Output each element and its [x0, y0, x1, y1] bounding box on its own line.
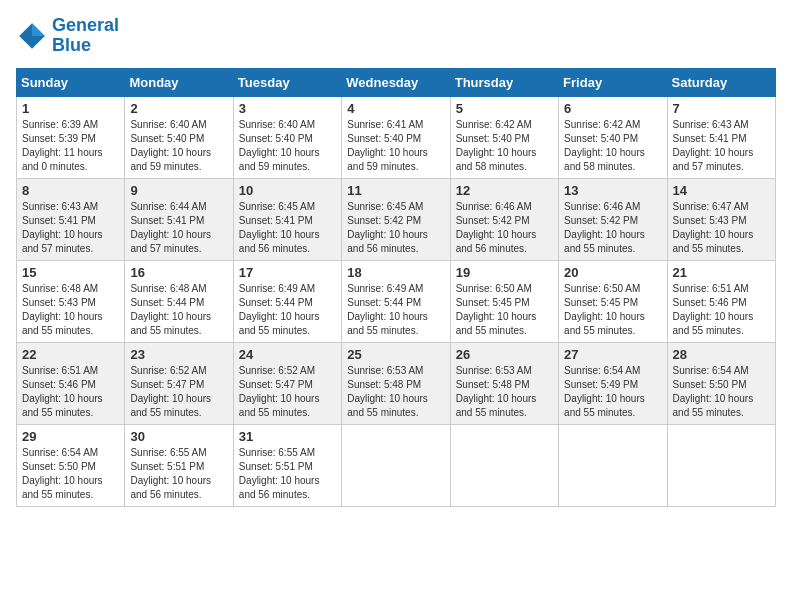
- day-number: 27: [564, 347, 661, 362]
- day-info: Sunrise: 6:54 AMSunset: 5:50 PMDaylight:…: [22, 446, 119, 502]
- day-number: 21: [673, 265, 770, 280]
- day-header-thursday: Thursday: [450, 68, 558, 96]
- calendar-cell: 4Sunrise: 6:41 AMSunset: 5:40 PMDaylight…: [342, 96, 450, 178]
- calendar-cell: 1Sunrise: 6:39 AMSunset: 5:39 PMDaylight…: [17, 96, 125, 178]
- day-number: 23: [130, 347, 227, 362]
- calendar-cell: [450, 424, 558, 506]
- calendar-header-row: SundayMondayTuesdayWednesdayThursdayFrid…: [17, 68, 776, 96]
- day-info: Sunrise: 6:53 AMSunset: 5:48 PMDaylight:…: [347, 364, 444, 420]
- calendar-cell: [559, 424, 667, 506]
- day-info: Sunrise: 6:49 AMSunset: 5:44 PMDaylight:…: [347, 282, 444, 338]
- calendar-cell: 12Sunrise: 6:46 AMSunset: 5:42 PMDayligh…: [450, 178, 558, 260]
- calendar-cell: 22Sunrise: 6:51 AMSunset: 5:46 PMDayligh…: [17, 342, 125, 424]
- day-info: Sunrise: 6:55 AMSunset: 5:51 PMDaylight:…: [130, 446, 227, 502]
- day-info: Sunrise: 6:46 AMSunset: 5:42 PMDaylight:…: [456, 200, 553, 256]
- day-info: Sunrise: 6:48 AMSunset: 5:43 PMDaylight:…: [22, 282, 119, 338]
- day-info: Sunrise: 6:39 AMSunset: 5:39 PMDaylight:…: [22, 118, 119, 174]
- day-number: 25: [347, 347, 444, 362]
- calendar-cell: 16Sunrise: 6:48 AMSunset: 5:44 PMDayligh…: [125, 260, 233, 342]
- day-number: 18: [347, 265, 444, 280]
- day-number: 26: [456, 347, 553, 362]
- day-info: Sunrise: 6:54 AMSunset: 5:49 PMDaylight:…: [564, 364, 661, 420]
- calendar-cell: 29Sunrise: 6:54 AMSunset: 5:50 PMDayligh…: [17, 424, 125, 506]
- calendar-cell: 6Sunrise: 6:42 AMSunset: 5:40 PMDaylight…: [559, 96, 667, 178]
- calendar-week-row: 22Sunrise: 6:51 AMSunset: 5:46 PMDayligh…: [17, 342, 776, 424]
- calendar-cell: 2Sunrise: 6:40 AMSunset: 5:40 PMDaylight…: [125, 96, 233, 178]
- day-number: 5: [456, 101, 553, 116]
- svg-marker-1: [32, 23, 45, 36]
- calendar-cell: 28Sunrise: 6:54 AMSunset: 5:50 PMDayligh…: [667, 342, 775, 424]
- day-info: Sunrise: 6:52 AMSunset: 5:47 PMDaylight:…: [130, 364, 227, 420]
- calendar-table: SundayMondayTuesdayWednesdayThursdayFrid…: [16, 68, 776, 507]
- day-info: Sunrise: 6:53 AMSunset: 5:48 PMDaylight:…: [456, 364, 553, 420]
- calendar-cell: 31Sunrise: 6:55 AMSunset: 5:51 PMDayligh…: [233, 424, 341, 506]
- day-info: Sunrise: 6:44 AMSunset: 5:41 PMDaylight:…: [130, 200, 227, 256]
- day-info: Sunrise: 6:45 AMSunset: 5:41 PMDaylight:…: [239, 200, 336, 256]
- calendar-cell: 21Sunrise: 6:51 AMSunset: 5:46 PMDayligh…: [667, 260, 775, 342]
- calendar-cell: 10Sunrise: 6:45 AMSunset: 5:41 PMDayligh…: [233, 178, 341, 260]
- day-header-monday: Monday: [125, 68, 233, 96]
- day-number: 6: [564, 101, 661, 116]
- calendar-cell: 25Sunrise: 6:53 AMSunset: 5:48 PMDayligh…: [342, 342, 450, 424]
- day-number: 22: [22, 347, 119, 362]
- day-info: Sunrise: 6:40 AMSunset: 5:40 PMDaylight:…: [239, 118, 336, 174]
- calendar-cell: 27Sunrise: 6:54 AMSunset: 5:49 PMDayligh…: [559, 342, 667, 424]
- day-number: 17: [239, 265, 336, 280]
- day-number: 13: [564, 183, 661, 198]
- day-header-wednesday: Wednesday: [342, 68, 450, 96]
- calendar-cell: [342, 424, 450, 506]
- day-number: 14: [673, 183, 770, 198]
- calendar-cell: 7Sunrise: 6:43 AMSunset: 5:41 PMDaylight…: [667, 96, 775, 178]
- day-info: Sunrise: 6:55 AMSunset: 5:51 PMDaylight:…: [239, 446, 336, 502]
- day-header-sunday: Sunday: [17, 68, 125, 96]
- day-number: 8: [22, 183, 119, 198]
- day-info: Sunrise: 6:52 AMSunset: 5:47 PMDaylight:…: [239, 364, 336, 420]
- calendar-cell: 5Sunrise: 6:42 AMSunset: 5:40 PMDaylight…: [450, 96, 558, 178]
- day-number: 9: [130, 183, 227, 198]
- day-info: Sunrise: 6:50 AMSunset: 5:45 PMDaylight:…: [564, 282, 661, 338]
- day-number: 30: [130, 429, 227, 444]
- calendar-cell: 13Sunrise: 6:46 AMSunset: 5:42 PMDayligh…: [559, 178, 667, 260]
- calendar-cell: 11Sunrise: 6:45 AMSunset: 5:42 PMDayligh…: [342, 178, 450, 260]
- day-number: 2: [130, 101, 227, 116]
- day-info: Sunrise: 6:49 AMSunset: 5:44 PMDaylight:…: [239, 282, 336, 338]
- calendar-cell: 18Sunrise: 6:49 AMSunset: 5:44 PMDayligh…: [342, 260, 450, 342]
- day-number: 1: [22, 101, 119, 116]
- day-info: Sunrise: 6:40 AMSunset: 5:40 PMDaylight:…: [130, 118, 227, 174]
- day-info: Sunrise: 6:47 AMSunset: 5:43 PMDaylight:…: [673, 200, 770, 256]
- calendar-cell: 8Sunrise: 6:43 AMSunset: 5:41 PMDaylight…: [17, 178, 125, 260]
- calendar-cell: 20Sunrise: 6:50 AMSunset: 5:45 PMDayligh…: [559, 260, 667, 342]
- day-number: 20: [564, 265, 661, 280]
- day-number: 11: [347, 183, 444, 198]
- calendar-week-row: 1Sunrise: 6:39 AMSunset: 5:39 PMDaylight…: [17, 96, 776, 178]
- day-info: Sunrise: 6:51 AMSunset: 5:46 PMDaylight:…: [22, 364, 119, 420]
- calendar-cell: 17Sunrise: 6:49 AMSunset: 5:44 PMDayligh…: [233, 260, 341, 342]
- day-number: 7: [673, 101, 770, 116]
- logo-text: General Blue: [52, 16, 119, 56]
- calendar-cell: 30Sunrise: 6:55 AMSunset: 5:51 PMDayligh…: [125, 424, 233, 506]
- day-number: 12: [456, 183, 553, 198]
- day-info: Sunrise: 6:42 AMSunset: 5:40 PMDaylight:…: [456, 118, 553, 174]
- logo-icon: [16, 20, 48, 52]
- day-info: Sunrise: 6:46 AMSunset: 5:42 PMDaylight:…: [564, 200, 661, 256]
- day-info: Sunrise: 6:41 AMSunset: 5:40 PMDaylight:…: [347, 118, 444, 174]
- day-number: 29: [22, 429, 119, 444]
- calendar-week-row: 15Sunrise: 6:48 AMSunset: 5:43 PMDayligh…: [17, 260, 776, 342]
- calendar-cell: 26Sunrise: 6:53 AMSunset: 5:48 PMDayligh…: [450, 342, 558, 424]
- day-number: 4: [347, 101, 444, 116]
- calendar-cell: 19Sunrise: 6:50 AMSunset: 5:45 PMDayligh…: [450, 260, 558, 342]
- calendar-cell: 14Sunrise: 6:47 AMSunset: 5:43 PMDayligh…: [667, 178, 775, 260]
- day-number: 3: [239, 101, 336, 116]
- calendar-cell: 3Sunrise: 6:40 AMSunset: 5:40 PMDaylight…: [233, 96, 341, 178]
- logo: General Blue: [16, 16, 119, 56]
- calendar-week-row: 8Sunrise: 6:43 AMSunset: 5:41 PMDaylight…: [17, 178, 776, 260]
- day-number: 31: [239, 429, 336, 444]
- day-number: 15: [22, 265, 119, 280]
- day-header-saturday: Saturday: [667, 68, 775, 96]
- day-number: 16: [130, 265, 227, 280]
- day-header-friday: Friday: [559, 68, 667, 96]
- day-info: Sunrise: 6:54 AMSunset: 5:50 PMDaylight:…: [673, 364, 770, 420]
- day-info: Sunrise: 6:43 AMSunset: 5:41 PMDaylight:…: [22, 200, 119, 256]
- day-number: 24: [239, 347, 336, 362]
- calendar-cell: [667, 424, 775, 506]
